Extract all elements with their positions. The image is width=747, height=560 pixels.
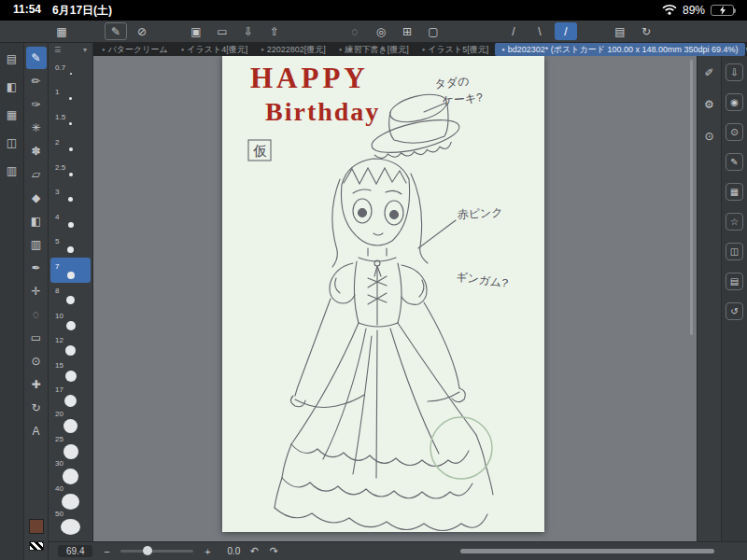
zoom-value[interactable]: 69.4 bbox=[58, 545, 92, 557]
favorites-icon[interactable]: ☆ bbox=[726, 213, 743, 231]
tab-document-active[interactable]: ● bd202302* (ポストカード 100.00 x 148.00mm 35… bbox=[495, 43, 744, 56]
brush-size-row[interactable]: 2 bbox=[50, 132, 91, 157]
navigator-icon[interactable]: ◫ bbox=[726, 243, 743, 260]
brush-size-row[interactable]: 8 bbox=[50, 283, 91, 308]
select-area-icon[interactable]: ◌ bbox=[344, 22, 366, 40]
subview-palette-icon[interactable]: ◫ bbox=[3, 134, 21, 151]
tab-document-4[interactable]: ● 練習下書き[復元] bbox=[332, 43, 416, 56]
workspace-palette-icon[interactable]: ▥ bbox=[3, 162, 21, 179]
hand-tool[interactable]: ✚ bbox=[26, 373, 47, 396]
zoom-slider-thumb[interactable] bbox=[143, 546, 152, 555]
collapse-icon[interactable]: ▾ bbox=[83, 46, 87, 54]
fill-tool[interactable]: ◧ bbox=[26, 210, 47, 232]
pen-tool[interactable]: ✎ bbox=[26, 47, 47, 69]
eraser-tool[interactable]: ▱ bbox=[26, 163, 47, 186]
transform-icon[interactable]: ⊞ bbox=[396, 22, 418, 40]
redo-icon[interactable]: ↷ bbox=[268, 545, 279, 557]
lasso-tool[interactable]: ◌ bbox=[26, 303, 47, 326]
rotate-tool[interactable]: ↻ bbox=[26, 397, 47, 419]
horizontal-scrollbar-thumb[interactable] bbox=[460, 549, 714, 553]
zoom-tool[interactable]: ⊙ bbox=[26, 350, 47, 372]
decoration-tool[interactable]: ✽ bbox=[26, 140, 47, 162]
vertical-scrollbar[interactable] bbox=[690, 60, 693, 335]
tab-document-2[interactable]: ● イラスト4[復元] bbox=[175, 43, 254, 56]
transparent-color-swatch[interactable] bbox=[29, 541, 44, 551]
share-icon[interactable]: ⇧ bbox=[263, 22, 286, 40]
reset-view-icon[interactable]: ↻ bbox=[635, 22, 657, 40]
deselect-icon[interactable]: ◎ bbox=[370, 22, 392, 40]
brush-size-row[interactable]: 3 bbox=[50, 182, 91, 207]
brush-size-row[interactable]: 1 bbox=[50, 81, 91, 106]
size-label: 25 bbox=[50, 435, 63, 443]
blend-tool[interactable]: ◆ bbox=[26, 187, 47, 209]
search-panel-icon[interactable]: ⊙ bbox=[726, 123, 743, 141]
layer-palette-icon[interactable]: ▤ bbox=[3, 50, 21, 67]
tab-document-5[interactable]: ● イラスト5[復元] bbox=[416, 43, 495, 56]
brush-size-row[interactable]: 25 bbox=[50, 434, 91, 459]
tab-document-3[interactable]: ● 22022802[復元] bbox=[254, 43, 332, 56]
palette-menu-icon[interactable]: ☰ bbox=[54, 46, 61, 54]
save-icon[interactable]: ⇩ bbox=[237, 22, 260, 40]
zoom-in-button[interactable]: + bbox=[202, 546, 213, 557]
selection-tool[interactable]: ▭ bbox=[26, 327, 47, 349]
pen-shortcut-icon[interactable]: ✎ bbox=[105, 22, 127, 40]
rotation-value[interactable]: 0.0 bbox=[227, 546, 240, 556]
tab-document-1[interactable]: ● バタークリーム bbox=[95, 43, 175, 56]
brush-size-row[interactable]: 5 bbox=[50, 232, 91, 258]
material-palette-icon[interactable]: ▦ bbox=[3, 106, 21, 123]
brush-size-row[interactable]: 0.7 bbox=[50, 56, 91, 81]
move-tool[interactable]: ✛ bbox=[26, 280, 47, 302]
import-icon[interactable]: ⇩ bbox=[726, 63, 743, 81]
size-dot bbox=[67, 246, 74, 253]
brush-size-row-selected[interactable]: 7 bbox=[50, 258, 91, 283]
brush-size-row[interactable]: 30 bbox=[50, 459, 91, 484]
color-palette-icon[interactable]: ◧ bbox=[3, 78, 21, 95]
size-label: 4 bbox=[50, 213, 59, 221]
eyedropper-tool[interactable]: ✒ bbox=[26, 257, 47, 279]
horizontal-scrollbar[interactable] bbox=[293, 549, 732, 553]
line-straight-icon[interactable]: / bbox=[502, 22, 525, 40]
app-menu-icon[interactable]: ▦ bbox=[50, 22, 73, 40]
brush-panel-icon[interactable]: ✎ bbox=[726, 153, 743, 171]
workspace-icon[interactable]: ▤ bbox=[609, 22, 631, 40]
zoom-out-button[interactable]: − bbox=[101, 546, 112, 557]
edit-pen-icon[interactable]: ✐ bbox=[700, 63, 719, 82]
open-file-icon[interactable]: ▭ bbox=[211, 22, 233, 40]
brush-size-row[interactable]: 40 bbox=[50, 484, 91, 510]
canvas[interactable]: HAPPY Birthday bbox=[222, 56, 544, 532]
line-rule-icon[interactable]: / bbox=[555, 22, 577, 40]
size-label: 8 bbox=[50, 287, 59, 295]
airbrush-tool[interactable]: ✳ bbox=[26, 117, 47, 139]
brush-size-row[interactable]: 50 bbox=[50, 510, 91, 535]
size-label: 17 bbox=[50, 385, 63, 394]
main-color-swatch[interactable] bbox=[29, 519, 44, 534]
new-canvas-icon[interactable]: ▣ bbox=[185, 22, 207, 40]
gradient-tool[interactable]: ▥ bbox=[26, 233, 47, 256]
transparent-color-icon[interactable]: ⊘ bbox=[131, 22, 153, 40]
size-dot bbox=[64, 395, 77, 407]
canvas-frame-icon[interactable]: ▢ bbox=[422, 22, 444, 40]
zoom-slider[interactable] bbox=[120, 550, 193, 553]
character-sketch: 仮 タダの ケーキ? 赤ピンク ギンガム? bbox=[222, 56, 544, 532]
brush-size-row[interactable]: 10 bbox=[50, 308, 91, 333]
brush-size-row[interactable]: 12 bbox=[50, 333, 91, 358]
search-icon[interactable]: ⊙ bbox=[700, 127, 719, 146]
brush-size-row[interactable]: 20 bbox=[50, 409, 91, 434]
brush-size-row[interactable]: 1.5 bbox=[50, 106, 91, 132]
text-tool[interactable]: A bbox=[26, 420, 47, 442]
size-dot bbox=[61, 519, 80, 535]
history-icon[interactable]: ↺ bbox=[726, 302, 743, 320]
undo-icon[interactable]: ↶ bbox=[248, 545, 260, 557]
line-curve-icon[interactable]: \ bbox=[529, 22, 551, 40]
brush-size-row[interactable]: 4 bbox=[50, 207, 91, 232]
brush-size-row[interactable]: 15 bbox=[50, 358, 91, 384]
brush-size-row[interactable]: 17 bbox=[50, 384, 91, 409]
camera-icon[interactable]: ◉ bbox=[726, 93, 743, 111]
layers-panel-icon[interactable]: ▤ bbox=[726, 273, 743, 290]
brush-size-row[interactable]: 2.5 bbox=[50, 157, 91, 182]
settings-gear-icon[interactable]: ⚙ bbox=[700, 95, 719, 114]
brush-tool[interactable]: ✑ bbox=[26, 93, 47, 116]
material-panel-icon[interactable]: ▦ bbox=[726, 183, 743, 201]
pencil-tool[interactable]: ✏ bbox=[26, 70, 47, 92]
tab-label: イラスト5[復元] bbox=[428, 44, 488, 56]
